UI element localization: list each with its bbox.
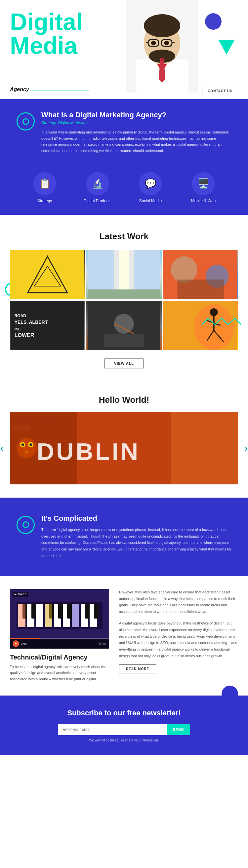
svg-point-52 [17, 438, 37, 458]
service-item-social-media[interactable]: 💬 Social Media [124, 172, 177, 203]
what-is-inner: What is a Digital Marketing Agency? Stra… [17, 111, 231, 154]
person-photo [126, 0, 198, 93]
svg-point-26 [171, 256, 197, 283]
latest-work-section: Latest Work [0, 215, 248, 378]
work-image-1 [10, 250, 85, 299]
work-image-2 [86, 250, 161, 299]
what-is-body: In a world where marketing and advertisi… [41, 129, 231, 154]
subscribe-heading: Subscribe to our free newsletter! [10, 709, 238, 717]
tech-body-2: A digital agency's focus goes beyond jus… [119, 620, 238, 659]
subscribe-form: SEND [58, 724, 190, 735]
svg-rect-78 [72, 604, 79, 627]
strategy-icon-wrap: 📋 [33, 172, 56, 195]
what-is-heading: What is a Digital Marketing Agency? [41, 111, 231, 119]
service-item-mobile-web[interactable]: 🖥️ Mobile & Web [177, 172, 230, 203]
view-all-wrap: VIEW ALL [10, 359, 238, 368]
tech-video-player[interactable]: ▶ SHARE ▶ 0:00 vimeo [10, 589, 109, 649]
tech-agency-content: However, they also take special care to … [119, 589, 238, 673]
slider-wrap: ‹ DUBLIN › [10, 412, 238, 485]
complicated-inner: It's Complicated The term 'digital agenc… [17, 514, 231, 559]
svg-rect-47 [171, 412, 238, 485]
svg-rect-36 [104, 334, 144, 347]
play-button[interactable]: ▶ [12, 640, 19, 647]
complicated-content: It's Complicated The term 'digital agenc… [41, 514, 231, 559]
video-controls[interactable]: ▶ 0:00 vimeo [10, 639, 109, 649]
contact-us-button[interactable]: CONTACT US [202, 87, 238, 95]
svg-text:LOWER: LOWER [15, 332, 34, 338]
vimeo-label: vimeo [99, 642, 107, 645]
video-time: 0:00 [21, 642, 27, 645]
work-image-5 [86, 301, 161, 350]
view-all-button[interactable]: VIEW ALL [105, 359, 143, 368]
svg-point-56 [29, 443, 32, 446]
svg-rect-23 [119, 250, 129, 293]
hello-world-heading: Hello World! [10, 395, 238, 405]
what-is-content: What is a Digital Marketing Agency? Stra… [41, 111, 231, 154]
hero-section: Digital Media [0, 0, 248, 99]
slider-prev-button[interactable]: ‹ [0, 442, 4, 454]
what-is-subtitle: Strategy, Digital Marketing [41, 121, 231, 125]
read-more-button[interactable]: READ MORE [119, 664, 156, 673]
work-item-3[interactable] [163, 250, 238, 299]
digital-products-label: Digital Products [84, 198, 111, 203]
subscribe-section: Subscribe to our free newsletter! SEND W… [0, 695, 248, 755]
complicated-icon [17, 516, 35, 534]
digital-products-icon-wrap: 🔬 [86, 172, 109, 195]
work-item-2[interactable] [86, 250, 161, 299]
social-media-label: Social Media [139, 198, 162, 203]
slider-image: DUBLIN [10, 412, 238, 485]
svg-rect-24 [88, 289, 160, 299]
video-share-label: ▶ SHARE [12, 592, 28, 597]
what-is-icon-inner [23, 118, 29, 125]
tech-body-1: However, they also take special care to … [119, 589, 238, 615]
svg-rect-50 [13, 426, 30, 431]
tech-agency-description: To be clear, a 'digital agency' still ca… [10, 664, 109, 682]
work-item-5[interactable] [86, 301, 161, 350]
complicated-section: It's Complicated The term 'digital agenc… [0, 498, 248, 576]
hero-person-image [126, 0, 198, 93]
complicated-heading: It's Complicated [41, 514, 231, 523]
service-item-digital-products[interactable]: 🔬 Digital Products [71, 172, 124, 203]
svg-rect-76 [18, 604, 25, 627]
strategy-icon: 📋 [39, 178, 51, 189]
work-image-4: ROAD YELS. ALBERT MID LOWER [10, 301, 85, 350]
email-input[interactable] [58, 724, 167, 735]
svg-point-5 [144, 14, 180, 37]
work-image-3 [163, 250, 238, 299]
slider-next-button[interactable]: › [244, 442, 248, 454]
agency-underline [30, 91, 89, 91]
agency-label: Agency [10, 87, 29, 93]
mobile-web-icon: 🖥️ [198, 178, 209, 189]
svg-text:MID: MID [15, 328, 21, 331]
svg-rect-49 [37, 417, 57, 423]
svg-point-55 [22, 443, 24, 446]
send-button[interactable]: SEND [167, 724, 190, 735]
svg-text:YELS. ALBERT: YELS. ALBERT [15, 319, 48, 325]
work-item-1[interactable] [10, 250, 85, 299]
svg-text:ROAD: ROAD [15, 314, 26, 318]
svg-rect-29 [11, 301, 84, 350]
tech-agency-section: ▶ SHARE ▶ 0:00 vimeo Technical/Digital A… [0, 576, 248, 695]
social-media-icon: 💬 [145, 178, 157, 189]
svg-text:DUBLIN: DUBLIN [37, 438, 140, 465]
svg-rect-70 [31, 604, 36, 619]
svg-point-12 [151, 41, 156, 45]
hero-triangle-decoration [218, 40, 235, 55]
svg-point-13 [164, 41, 169, 45]
svg-rect-48 [13, 417, 33, 423]
svg-rect-73 [67, 604, 72, 619]
service-item-strategy[interactable]: 📋 Strategy [18, 172, 71, 203]
latest-work-heading: Latest Work [10, 231, 238, 242]
mobile-web-icon-wrap: 🖥️ [192, 172, 215, 195]
svg-rect-75 [94, 604, 99, 619]
svg-point-35 [114, 314, 134, 334]
work-item-4[interactable]: ROAD YELS. ALBERT MID LOWER [10, 301, 85, 350]
svg-rect-62 [36, 604, 43, 627]
subscribe-note: We will not spam you or share your infor… [10, 739, 238, 742]
services-section: 📋 Strategy 🔬 Digital Products 💬 Social M… [0, 165, 248, 215]
strategy-label: Strategy [37, 198, 52, 203]
tech-video-wrap: ▶ SHARE ▶ 0:00 vimeo Technical/Digital A… [10, 589, 109, 682]
complicated-icon-inner [23, 521, 29, 528]
what-is-section: What is a Digital Marketing Agency? Stra… [0, 99, 248, 165]
hero-title: Digital Media [10, 10, 83, 58]
